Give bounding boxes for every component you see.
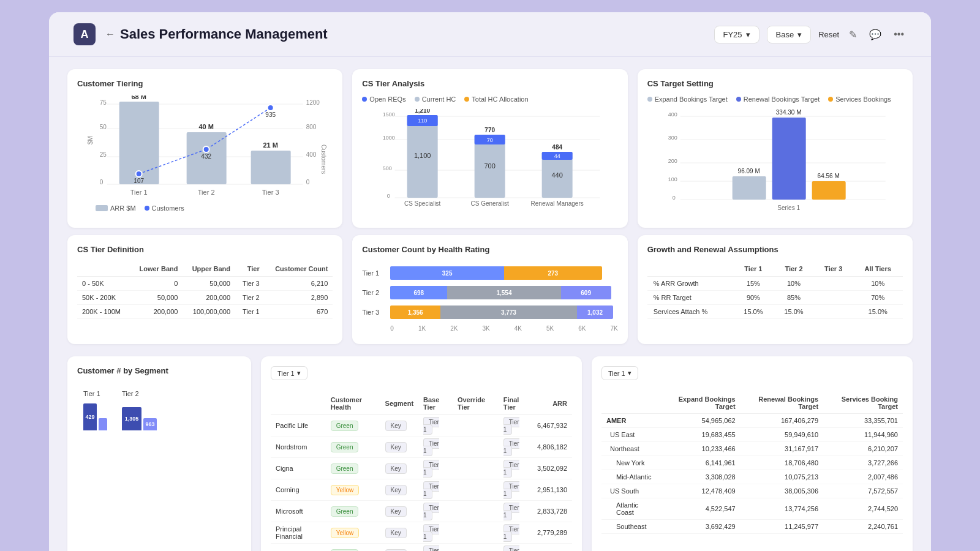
back-arrow-icon: ← (105, 29, 115, 40)
svg-text:Series 1: Series 1 (777, 204, 800, 211)
svg-text:64.56 M: 64.56 M (817, 173, 839, 179)
svg-text:200: 200 (668, 158, 677, 164)
cs-tier-legend: Open REQs Current HC Total HC Allocation (362, 96, 617, 103)
svg-text:700: 700 (484, 162, 496, 170)
tier1-point (136, 171, 142, 177)
bottom-row: Customer # by Segment Tier 1 429 Tier 2 … (49, 356, 931, 551)
app-container: A ← Sales Performance Management FY25 ▾ … (49, 12, 931, 551)
customer-tiering-title: Customer Tiering (77, 79, 333, 88)
growth-assumptions-card: Growth and Renewal Assumptions Tier 1 Ti… (638, 235, 913, 344)
svg-text:1,100: 1,100 (414, 152, 431, 159)
svg-text:1500: 1500 (383, 111, 395, 118)
svg-text:1,210: 1,210 (415, 109, 430, 114)
customer-tiering-card: Customer Tiering 75 50 25 0 $M 1200 800 … (67, 69, 342, 228)
customer-tiering-chart: 75 50 25 0 $M 1200 800 400 0 Customers (77, 96, 333, 212)
more-options-icon[interactable]: ••• (891, 26, 907, 42)
edit-icon[interactable]: ✎ (846, 26, 859, 43)
table-row: AMER 54,965,062 167,406,279 33,355,701 (601, 414, 903, 428)
svg-text:1000: 1000 (383, 135, 395, 141)
svg-text:50: 50 (100, 124, 107, 130)
svg-text:0: 0 (306, 179, 310, 186)
tiering-legend: ARR $M Customers (96, 204, 184, 212)
svg-text:96.09 M: 96.09 M (737, 168, 760, 174)
page-title: Sales Performance Management (120, 26, 328, 42)
svg-text:0: 0 (387, 193, 390, 199)
health-bars-container: Tier 1 325 273 Tier 2 698 1,554 609 (362, 261, 617, 334)
customer-table-card: Tier 1 ▾ Customer Health Segment Base Ti… (261, 356, 582, 551)
table-row: 200K - 100M 200,000 100,000,000 Tier 1 6… (77, 305, 333, 319)
cs-tier-title: CS Tier Analysis (362, 79, 617, 88)
tier1-segment: Tier 1 429 (83, 390, 107, 430)
customer-segment-card: Customer # by Segment Tier 1 429 Tier 2 … (67, 356, 251, 551)
table-row: 50K - 200K 50,000 200,000 Tier 2 2,890 (77, 291, 333, 305)
svg-text:770: 770 (485, 127, 496, 133)
table-row: Atlantic Coast 4,522,547 13,774,256 2,74… (601, 498, 903, 520)
cs-tier-analysis-card: CS Tier Analysis Open REQs Current HC To… (352, 69, 627, 228)
base-dropdown[interactable]: Base ▾ (767, 26, 812, 43)
segment-title: Customer # by Segment (77, 366, 241, 375)
growth-table: Tier 1 Tier 2 Tier 3 All Tiers % ARR Gro… (647, 261, 903, 319)
svg-text:Customers: Customers (320, 144, 327, 174)
table-row: % ARR Growth 15% 10% 10% (647, 277, 903, 291)
svg-text:Tier 3: Tier 3 (262, 189, 279, 196)
svg-text:0: 0 (100, 179, 104, 186)
legend-arr: ARR $M (96, 204, 136, 212)
tier2-bar: 698 1,554 609 (390, 286, 617, 299)
svg-text:0: 0 (672, 195, 675, 201)
table-row: 0 - 50K 0 50,000 Tier 3 6,210 (77, 277, 333, 291)
svg-text:$M: $M (87, 136, 94, 144)
chevron-down-icon: ▾ (746, 30, 750, 39)
customer-count-health-card: Customer Count by Health Rating Tier 1 3… (352, 235, 627, 344)
svg-text:484: 484 (552, 144, 563, 151)
svg-text:440: 440 (552, 171, 563, 179)
customer-tier-filter[interactable]: Tier 1 ▾ (271, 366, 307, 380)
tier2-health-row: Tier 2 698 1,554 609 (362, 286, 617, 299)
svg-text:110: 110 (418, 118, 427, 124)
back-button[interactable]: ← Sales Performance Management (105, 26, 328, 42)
chevron-down-icon-2: ▾ (797, 30, 802, 39)
table-row: Mid-Atlantic 3,308,028 10,075,213 2,007,… (601, 470, 903, 484)
table-row: Cigna Green Key Tier 1 Tier 1 3,502,092 (271, 458, 572, 479)
svg-text:40 M: 40 M (198, 123, 213, 130)
table-row: Principal Financial Yellow Key Tier 1 Ti… (271, 522, 572, 544)
svg-text:21 M: 21 M (263, 141, 277, 149)
reset-button[interactable]: Reset (818, 30, 839, 39)
svg-rect-63 (812, 181, 845, 200)
svg-text:100: 100 (668, 176, 677, 182)
cs-tier-def-title: CS Tier Definition (77, 245, 333, 254)
target-table-card: Tier 1 ▾ Expand Bookings Target Renewal … (592, 356, 913, 551)
svg-text:432: 432 (201, 153, 211, 160)
comment-icon[interactable]: 💬 (867, 26, 884, 43)
svg-text:334.30 M: 334.30 M (775, 109, 801, 116)
svg-text:935: 935 (265, 111, 276, 118)
svg-rect-59 (732, 176, 766, 200)
target-tier-filter[interactable]: Tier 1 ▾ (601, 366, 638, 380)
cs-target-title: CS Target Setting (647, 79, 903, 88)
table-row: Nordstrom Green Key Tier 1 Tier 1 4,806,… (271, 437, 572, 458)
table-row: Services Attach % 15.0% 15.0% 15.0% (647, 305, 903, 319)
tier3-arr-bar (251, 151, 291, 184)
header-left: A ← Sales Performance Management (74, 23, 328, 45)
health-rating-title: Customer Count by Health Rating (362, 245, 617, 254)
svg-text:1200: 1200 (306, 99, 320, 106)
svg-text:75: 75 (100, 99, 107, 106)
target-data-table: Expand Bookings Target Renewal Bookings … (601, 392, 903, 534)
fy-dropdown[interactable]: FY25 ▾ (714, 26, 760, 43)
svg-text:CS Specialist: CS Specialist (404, 200, 441, 207)
svg-text:107: 107 (134, 178, 144, 184)
table-row: Pacific Life Green Key Tier 1 Tier 1 6,4… (271, 415, 572, 437)
table-row: Merck Green Key Tier 1 Tier 1 2,719,259 (271, 544, 572, 552)
svg-text:25: 25 (100, 151, 107, 158)
chevron-down-icon-4: ▾ (628, 369, 631, 377)
svg-text:800: 800 (306, 124, 317, 130)
cs-tier-def-table: Lower Band Upper Band Tier Customer Coun… (77, 261, 333, 319)
cs-target-setting-card: CS Target Setting Expand Bookings Target… (638, 69, 913, 228)
cs-tier-chart: 1500 1000 500 0 1,210 110 1,100 CS Speci… (362, 109, 617, 216)
header: A ← Sales Performance Management FY25 ▾ … (49, 12, 931, 57)
logo: A (74, 23, 96, 45)
growth-title: Growth and Renewal Assumptions (647, 245, 903, 254)
svg-text:68 M: 68 M (131, 96, 146, 100)
table-row: Microsoft Green Key Tier 1 Tier 1 2,833,… (271, 501, 572, 522)
middle-row: CS Tier Definition Lower Band Upper Band… (49, 235, 931, 356)
chevron-down-icon-3: ▾ (297, 369, 301, 377)
